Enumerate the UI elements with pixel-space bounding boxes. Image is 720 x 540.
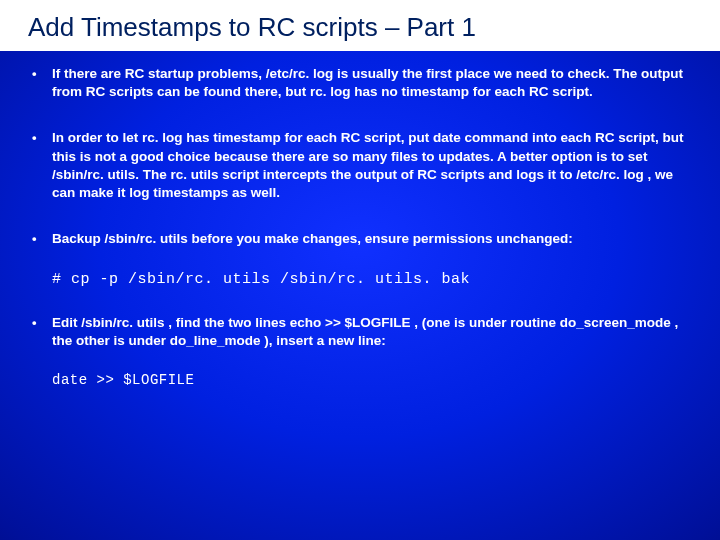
- title-area: Add Timestamps to RC scripts – Part 1: [0, 0, 720, 51]
- bullet-list: Edit /sbin/rc. utils , find the two line…: [28, 314, 692, 350]
- slide-body: If there are RC startup problems, /etc/r…: [0, 51, 720, 398]
- slide: Add Timestamps to RC scripts – Part 1 If…: [0, 0, 720, 540]
- bullet-list: If there are RC startup problems, /etc/r…: [28, 65, 692, 249]
- bullet-item: Backup /sbin/rc. utils before you make c…: [28, 230, 692, 248]
- bullet-item: In order to let rc. log has timestamp fo…: [28, 129, 692, 202]
- code-block: date >> $LOGFILE: [52, 372, 692, 388]
- slide-title: Add Timestamps to RC scripts – Part 1: [28, 12, 702, 43]
- code-block: # cp -p /sbin/rc. utils /sbin/rc. utils.…: [52, 271, 692, 288]
- bullet-item: Edit /sbin/rc. utils , find the two line…: [28, 314, 692, 350]
- bullet-item: If there are RC startup problems, /etc/r…: [28, 65, 692, 101]
